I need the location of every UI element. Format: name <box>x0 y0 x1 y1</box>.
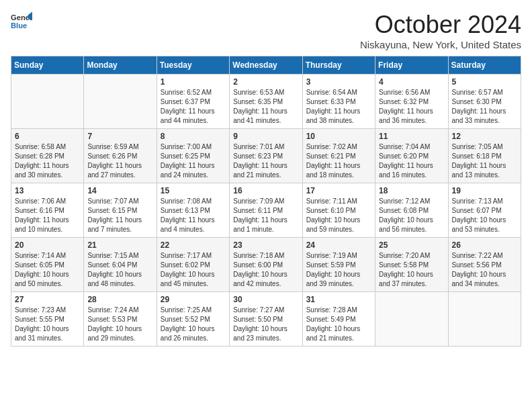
calendar-cell: 30Sunrise: 7:27 AMSunset: 5:50 PMDayligh… <box>230 292 302 347</box>
day-number: 22 <box>161 240 226 250</box>
day-number: 11 <box>379 132 444 141</box>
day-number: 2 <box>233 77 298 87</box>
day-info: Sunrise: 7:25 AMSunset: 5:52 PMDaylight:… <box>161 306 226 343</box>
calendar-cell: 27Sunrise: 7:23 AMSunset: 5:55 PMDayligh… <box>11 292 84 347</box>
calendar-cell: 23Sunrise: 7:18 AMSunset: 6:00 PMDayligh… <box>230 238 302 292</box>
weekday-header-wednesday: Wednesday <box>230 56 302 75</box>
calendar-week-row: 27Sunrise: 7:23 AMSunset: 5:55 PMDayligh… <box>11 292 521 347</box>
calendar-cell: 7Sunrise: 6:59 AMSunset: 6:26 PMDaylight… <box>84 129 157 183</box>
day-number: 21 <box>87 240 152 250</box>
day-info: Sunrise: 7:00 AMSunset: 6:25 PMDaylight:… <box>161 142 226 180</box>
day-info: Sunrise: 6:58 AMSunset: 6:28 PMDaylight:… <box>15 142 80 180</box>
weekday-header-friday: Friday <box>375 56 448 75</box>
calendar-cell: 21Sunrise: 7:15 AMSunset: 6:04 PMDayligh… <box>84 238 157 292</box>
day-number: 10 <box>306 132 371 141</box>
day-info: Sunrise: 7:06 AMSunset: 6:16 PMDaylight:… <box>15 197 80 234</box>
calendar-cell: 15Sunrise: 7:08 AMSunset: 6:13 PMDayligh… <box>157 183 229 238</box>
logo-icon: General Blue <box>11 11 32 32</box>
logo: General Blue <box>11 11 32 32</box>
day-info: Sunrise: 6:56 AMSunset: 6:32 PMDaylight:… <box>379 88 444 126</box>
calendar-cell: 31Sunrise: 7:28 AMSunset: 5:49 PMDayligh… <box>302 292 375 347</box>
day-info: Sunrise: 7:15 AMSunset: 6:04 PMDaylight:… <box>87 251 152 289</box>
day-info: Sunrise: 7:07 AMSunset: 6:15 PMDaylight:… <box>87 197 152 234</box>
day-number: 3 <box>306 77 371 87</box>
calendar-cell: 11Sunrise: 7:04 AMSunset: 6:20 PMDayligh… <box>375 129 448 183</box>
day-info: Sunrise: 7:27 AMSunset: 5:50 PMDaylight:… <box>233 306 298 343</box>
day-info: Sunrise: 7:09 AMSunset: 6:11 PMDaylight:… <box>233 197 298 234</box>
day-number: 13 <box>15 186 80 195</box>
day-number: 17 <box>306 186 371 195</box>
day-number: 24 <box>306 240 371 250</box>
day-number: 23 <box>233 240 298 250</box>
calendar-cell: 6Sunrise: 6:58 AMSunset: 6:28 PMDaylight… <box>11 129 84 183</box>
day-number: 28 <box>87 295 152 304</box>
day-number: 27 <box>15 295 80 304</box>
day-number: 19 <box>452 186 517 195</box>
calendar-cell <box>11 75 84 129</box>
day-info: Sunrise: 7:05 AMSunset: 6:18 PMDaylight:… <box>452 142 517 180</box>
weekday-header-monday: Monday <box>84 56 157 75</box>
calendar-cell: 24Sunrise: 7:19 AMSunset: 5:59 PMDayligh… <box>302 238 375 292</box>
calendar-cell: 13Sunrise: 7:06 AMSunset: 6:16 PMDayligh… <box>11 183 84 238</box>
day-info: Sunrise: 6:59 AMSunset: 6:26 PMDaylight:… <box>87 142 152 180</box>
day-info: Sunrise: 7:04 AMSunset: 6:20 PMDaylight:… <box>379 142 444 180</box>
calendar-cell: 22Sunrise: 7:17 AMSunset: 6:02 PMDayligh… <box>157 238 229 292</box>
svg-text:Blue: Blue <box>11 21 27 30</box>
calendar-cell: 26Sunrise: 7:22 AMSunset: 5:56 PMDayligh… <box>448 238 521 292</box>
day-info: Sunrise: 7:13 AMSunset: 6:07 PMDaylight:… <box>452 197 517 234</box>
weekday-header-tuesday: Tuesday <box>157 56 229 75</box>
day-number: 29 <box>161 295 226 304</box>
calendar-table: SundayMondayTuesdayWednesdayThursdayFrid… <box>11 56 521 347</box>
calendar-cell: 18Sunrise: 7:12 AMSunset: 6:08 PMDayligh… <box>375 183 448 238</box>
day-info: Sunrise: 6:52 AMSunset: 6:37 PMDaylight:… <box>161 88 226 126</box>
calendar-cell: 14Sunrise: 7:07 AMSunset: 6:15 PMDayligh… <box>84 183 157 238</box>
calendar-cell: 3Sunrise: 6:54 AMSunset: 6:33 PMDaylight… <box>302 75 375 129</box>
day-info: Sunrise: 7:02 AMSunset: 6:21 PMDaylight:… <box>306 142 371 180</box>
weekday-header-thursday: Thursday <box>302 56 375 75</box>
day-number: 9 <box>233 132 298 141</box>
day-number: 12 <box>452 132 517 141</box>
calendar-cell: 17Sunrise: 7:11 AMSunset: 6:10 PMDayligh… <box>302 183 375 238</box>
calendar-cell: 29Sunrise: 7:25 AMSunset: 5:52 PMDayligh… <box>157 292 229 347</box>
calendar-cell: 12Sunrise: 7:05 AMSunset: 6:18 PMDayligh… <box>448 129 521 183</box>
calendar-cell <box>84 75 157 129</box>
weekday-header-sunday: Sunday <box>11 56 84 75</box>
day-info: Sunrise: 7:18 AMSunset: 6:00 PMDaylight:… <box>233 251 298 289</box>
calendar-body: 1Sunrise: 6:52 AMSunset: 6:37 PMDaylight… <box>11 75 521 347</box>
calendar-cell: 28Sunrise: 7:24 AMSunset: 5:53 PMDayligh… <box>84 292 157 347</box>
calendar-cell: 25Sunrise: 7:20 AMSunset: 5:58 PMDayligh… <box>375 238 448 292</box>
calendar-week-row: 1Sunrise: 6:52 AMSunset: 6:37 PMDaylight… <box>11 75 521 129</box>
day-number: 15 <box>161 186 226 195</box>
weekday-header-saturday: Saturday <box>448 56 521 75</box>
day-number: 16 <box>233 186 298 195</box>
day-number: 1 <box>161 77 226 87</box>
day-info: Sunrise: 7:11 AMSunset: 6:10 PMDaylight:… <box>306 197 371 234</box>
calendar-cell: 4Sunrise: 6:56 AMSunset: 6:32 PMDaylight… <box>375 75 448 129</box>
calendar-cell: 20Sunrise: 7:14 AMSunset: 6:05 PMDayligh… <box>11 238 84 292</box>
day-number: 5 <box>452 77 517 87</box>
day-info: Sunrise: 7:01 AMSunset: 6:23 PMDaylight:… <box>233 142 298 180</box>
day-number: 8 <box>161 132 226 141</box>
day-info: Sunrise: 7:20 AMSunset: 5:58 PMDaylight:… <box>379 251 444 289</box>
day-info: Sunrise: 6:54 AMSunset: 6:33 PMDaylight:… <box>306 88 371 126</box>
day-info: Sunrise: 7:12 AMSunset: 6:08 PMDaylight:… <box>379 197 444 234</box>
day-info: Sunrise: 7:19 AMSunset: 5:59 PMDaylight:… <box>306 251 371 289</box>
title-area: October 2024 Niskayuna, New York, United… <box>360 11 521 50</box>
day-info: Sunrise: 6:53 AMSunset: 6:35 PMDaylight:… <box>233 88 298 126</box>
calendar-cell: 1Sunrise: 6:52 AMSunset: 6:37 PMDaylight… <box>157 75 229 129</box>
day-number: 7 <box>87 132 152 141</box>
day-number: 20 <box>15 240 80 250</box>
day-number: 26 <box>452 240 517 250</box>
day-info: Sunrise: 7:24 AMSunset: 5:53 PMDaylight:… <box>87 306 152 343</box>
calendar-cell: 9Sunrise: 7:01 AMSunset: 6:23 PMDaylight… <box>230 129 302 183</box>
calendar-cell: 19Sunrise: 7:13 AMSunset: 6:07 PMDayligh… <box>448 183 521 238</box>
day-info: Sunrise: 7:14 AMSunset: 6:05 PMDaylight:… <box>15 251 80 289</box>
day-info: Sunrise: 7:28 AMSunset: 5:49 PMDaylight:… <box>306 306 371 343</box>
calendar-cell: 8Sunrise: 7:00 AMSunset: 6:25 PMDaylight… <box>157 129 229 183</box>
header: General Blue October 2024 Niskayuna, New… <box>11 11 521 50</box>
calendar-week-row: 13Sunrise: 7:06 AMSunset: 6:16 PMDayligh… <box>11 183 521 238</box>
day-info: Sunrise: 7:08 AMSunset: 6:13 PMDaylight:… <box>161 197 226 234</box>
day-info: Sunrise: 7:23 AMSunset: 5:55 PMDaylight:… <box>15 306 80 343</box>
weekday-header-row: SundayMondayTuesdayWednesdayThursdayFrid… <box>11 56 521 75</box>
calendar-header: SundayMondayTuesdayWednesdayThursdayFrid… <box>11 56 521 75</box>
